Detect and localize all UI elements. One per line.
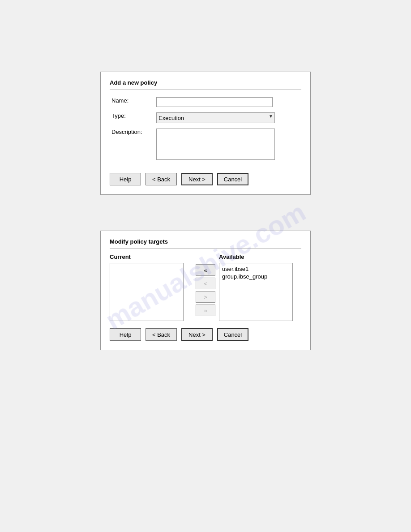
available-item-user[interactable]: user.ibse1 (221, 265, 291, 273)
dialog2-button-row: Help < Back Next > Cancel (110, 328, 301, 341)
dialog1-button-row: Help < Back Next > Cancel (110, 173, 301, 185)
add-one-button[interactable]: < (196, 278, 215, 289)
type-field-cell: Execution Authorization Audit (154, 110, 301, 126)
name-input[interactable] (156, 97, 273, 107)
available-item-group[interactable]: group.ibse_group (221, 273, 291, 280)
targets-current-section: Current (110, 253, 192, 321)
add-policy-form: Name: Type: Execution Authorization Audi… (110, 94, 301, 164)
name-row: Name: (110, 94, 301, 110)
current-label: Current (110, 253, 192, 260)
type-row: Type: Execution Authorization Audit (110, 110, 301, 126)
dialog2-cancel-button[interactable]: Cancel (217, 328, 248, 341)
name-label: Name: (110, 94, 154, 110)
available-listbox[interactable]: user.ibse1 group.ibse_group (219, 263, 293, 321)
dialog2-help-button[interactable]: Help (110, 328, 141, 341)
remove-all-button[interactable]: » (196, 305, 215, 316)
arrow-controls: « < > » (192, 253, 219, 316)
description-textarea[interactable] (156, 129, 275, 160)
type-select-wrapper: Execution Authorization Audit (156, 112, 275, 123)
name-field-cell (154, 94, 301, 110)
dialog2-back-button[interactable]: < Back (146, 328, 177, 341)
available-label: Available (219, 253, 301, 260)
remove-one-button[interactable]: > (196, 291, 215, 303)
page-wrapper: Add a new policy Name: Type: Execution A… (0, 0, 411, 377)
type-select[interactable]: Execution Authorization Audit (156, 112, 275, 123)
remove-one-icon: > (204, 294, 207, 300)
description-field-cell (154, 126, 301, 164)
dialog2-next-button[interactable]: Next > (181, 328, 213, 341)
modify-targets-dialog: Modify policy targets Current « < > » (100, 231, 311, 350)
add-one-icon: < (204, 280, 207, 287)
remove-all-icon: » (204, 307, 207, 314)
type-label: Type: (110, 110, 154, 126)
add-all-button[interactable]: « (196, 264, 215, 276)
dialog1-cancel-button[interactable]: Cancel (217, 173, 248, 185)
current-listbox[interactable] (110, 263, 184, 321)
targets-layout: Current « < > » Available (110, 253, 301, 321)
modify-targets-title: Modify policy targets (110, 238, 301, 249)
dialog1-next-button[interactable]: Next > (181, 173, 213, 185)
description-label: Description: (110, 126, 154, 164)
dialog1-help-button[interactable]: Help (110, 173, 141, 185)
add-all-icon: « (204, 267, 207, 274)
description-row: Description: (110, 126, 301, 164)
targets-available-section: Available user.ibse1 group.ibse_group (219, 253, 301, 321)
add-policy-title: Add a new policy (110, 79, 301, 90)
add-policy-dialog: Add a new policy Name: Type: Execution A… (100, 72, 311, 195)
dialog1-back-button[interactable]: < Back (146, 173, 177, 185)
